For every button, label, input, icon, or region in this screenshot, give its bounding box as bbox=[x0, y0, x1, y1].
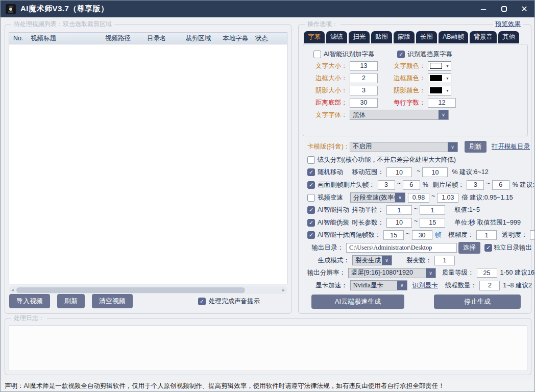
tab-ab-blend[interactable]: AB融帧 bbox=[439, 31, 468, 43]
log-output-area[interactable] bbox=[9, 325, 527, 371]
chars-per-line-input[interactable]: 12 bbox=[428, 98, 456, 108]
video-list-body[interactable] bbox=[9, 44, 287, 284]
speed-mode-value: 分段变速(效率优 bbox=[351, 193, 395, 202]
video-speed-checkbox[interactable] bbox=[307, 194, 315, 202]
random-move-checkbox[interactable]: ✓ bbox=[307, 168, 315, 176]
sound-tip-checkbox[interactable]: ✓ bbox=[198, 298, 206, 305]
tab-filter[interactable]: 滤镜 bbox=[326, 31, 347, 43]
log-group-label: 处理日志： bbox=[11, 314, 47, 323]
threads-label: 线程数量： bbox=[445, 281, 477, 290]
speed-min-input[interactable]: 0.98 bbox=[408, 193, 429, 203]
fission-count-label: 裂变数： bbox=[406, 256, 432, 265]
ai-shake-label: AI智能抖动 bbox=[318, 206, 350, 214]
horizontal-scrollbar[interactable]: ◄ ► bbox=[9, 286, 287, 294]
scroll-right-icon[interactable]: ► bbox=[280, 286, 287, 294]
clear-videos-button[interactable]: 清空视频 bbox=[92, 294, 133, 308]
independent-dir-checkbox[interactable]: ✓ bbox=[484, 244, 492, 252]
interval-frames-label: 间隔帧数： bbox=[349, 231, 381, 239]
column-local-subtitle: 本地字幕 bbox=[223, 34, 255, 43]
status-bar: 声明：AI魔术师是一款视频全自动剪辑软件，仅用于个人原创视频制作、提高剪辑效率，… bbox=[1, 380, 534, 391]
move-range-hint: % 建议:6~12 bbox=[452, 168, 488, 177]
tab-other[interactable]: 其他 bbox=[498, 31, 519, 43]
resolution-dropdown[interactable]: 竖屏[9:16]-1080*1920 ∨ bbox=[348, 268, 436, 278]
speed-hint: 倍 建议:0.95~1.15 bbox=[461, 193, 513, 202]
column-crop-area: 裁剪区域 bbox=[185, 34, 223, 43]
text-font-dropdown[interactable]: 黑体 ∨ bbox=[350, 110, 449, 120]
gpu-dropdown[interactable]: Nvidia显卡 ∨ bbox=[350, 280, 407, 290]
close-button[interactable]: ✕ bbox=[520, 5, 528, 13]
speed-mode-dropdown[interactable]: 分段变速(效率优 ∨ bbox=[350, 192, 405, 203]
shake-max-input[interactable]: 1 bbox=[420, 205, 445, 215]
border-color-dropdown[interactable]: ▼ bbox=[428, 74, 451, 83]
threads-input[interactable]: 2 bbox=[479, 281, 500, 290]
speed-max-input[interactable]: 1.03 bbox=[437, 193, 458, 203]
shadow-color-swatch bbox=[430, 87, 442, 93]
card-template-dropdown[interactable]: 不启用 ∨ bbox=[350, 142, 458, 152]
lens-split-checkbox[interactable] bbox=[307, 156, 315, 164]
text-size-input[interactable]: 13 bbox=[350, 61, 378, 71]
resolution-arrow-icon: ∨ bbox=[426, 268, 435, 278]
del-head-min-input[interactable]: 3 bbox=[378, 180, 395, 190]
text-color-dropdown[interactable]: ▼ bbox=[428, 61, 451, 71]
template-refresh-button[interactable]: 刷新 bbox=[465, 141, 487, 153]
preview-effect-link[interactable]: 预览效果 bbox=[495, 20, 521, 28]
delete-frames-checkbox[interactable]: ✓ bbox=[307, 181, 315, 189]
fission-count-input[interactable]: 1 bbox=[434, 256, 455, 265]
lens-split-label: 镜头分割(核心功能，不开启差异化处理大大降低) bbox=[318, 156, 456, 164]
output-dir-input[interactable]: C:\Users\Administrator\Desktop bbox=[346, 243, 457, 253]
move-range-max-input[interactable]: 10 bbox=[422, 167, 448, 177]
tab-bgm[interactable]: 背景音 bbox=[470, 31, 497, 43]
del-tail-min-input[interactable]: 3 bbox=[467, 180, 484, 190]
del-frames-hint: % 建议:3~6 bbox=[513, 181, 535, 189]
tab-sticker[interactable]: 贴图 bbox=[371, 31, 392, 43]
tab-mask[interactable]: 蒙版 bbox=[394, 31, 415, 43]
duration-max-input[interactable]: 15 bbox=[420, 218, 445, 228]
duration-min-input[interactable]: 10 bbox=[386, 218, 412, 228]
ai-disguise-checkbox[interactable]: ✓ bbox=[307, 219, 315, 227]
ai-shake-checkbox[interactable]: ✓ bbox=[307, 206, 315, 214]
gen-mode-dropdown[interactable]: 裂变生成 ∨ bbox=[352, 255, 392, 265]
shadow-size-input[interactable]: 3 bbox=[350, 86, 378, 95]
quality-input[interactable]: 25 bbox=[477, 268, 497, 278]
shake-min-input[interactable]: 1 bbox=[386, 205, 412, 215]
tab-long-image[interactable]: 长图 bbox=[416, 31, 437, 43]
open-template-dir-link[interactable]: 打开模板目录 bbox=[492, 142, 530, 151]
del-tail-max-input[interactable]: 6 bbox=[492, 180, 509, 190]
scroll-left-icon[interactable]: ◄ bbox=[9, 286, 16, 294]
import-video-button[interactable]: 导入视频 bbox=[9, 294, 50, 308]
ai-add-subtitle-checkbox[interactable] bbox=[313, 51, 321, 58]
resolution-value: 竖屏[9:16]-1080*1920 bbox=[349, 268, 426, 277]
interval-min-input[interactable]: 15 bbox=[383, 230, 404, 240]
resolution-label: 输出分辨率： bbox=[307, 268, 346, 277]
horizontal-scrollbar-thumb[interactable] bbox=[16, 287, 245, 293]
opacity-input[interactable]: 0.2 bbox=[530, 230, 535, 240]
maximize-icon bbox=[501, 6, 507, 12]
del-head-label: 删片头帧： bbox=[343, 181, 375, 189]
tab-sweep-light[interactable]: 扫光 bbox=[349, 31, 370, 43]
shadow-color-dropdown[interactable]: ▼ bbox=[428, 86, 451, 95]
interval-max-input[interactable]: 30 bbox=[412, 230, 432, 240]
bottom-distance-input[interactable]: 30 bbox=[350, 98, 378, 108]
refresh-list-button[interactable]: 刷新 bbox=[57, 294, 85, 308]
stop-generate-button[interactable]: 停止生成 bbox=[434, 295, 521, 309]
choose-dir-button[interactable]: 选择 bbox=[458, 242, 480, 254]
card-template-arrow-icon: ∨ bbox=[448, 142, 457, 152]
tab-subtitle[interactable]: 字幕 bbox=[304, 31, 325, 43]
text-font-arrow-icon: ∨ bbox=[439, 110, 448, 119]
text-size-label: 文字大小： bbox=[315, 62, 347, 70]
move-range-min-input[interactable]: 10 bbox=[386, 167, 412, 177]
move-range-label: 移动范围： bbox=[350, 168, 384, 177]
border-size-input[interactable]: 2 bbox=[350, 74, 378, 83]
disguise-hint: 单位:秒 取值范围1~999 bbox=[454, 218, 521, 227]
blur-input[interactable]: 1 bbox=[476, 230, 497, 240]
cover-original-subtitle-checkbox[interactable]: ✓ bbox=[397, 51, 405, 58]
minimize-button[interactable]: ─ bbox=[479, 5, 488, 13]
video-list-table[interactable]: No. 视频标题 视频路径 目录名 裁剪区域 本地字幕 状态 bbox=[9, 32, 287, 284]
detect-gpu-link[interactable]: 识别显卡 bbox=[412, 281, 438, 290]
ai-interfere-checkbox[interactable]: ✓ bbox=[307, 231, 315, 239]
cloud-generate-button[interactable]: AI云端极速生成 bbox=[311, 295, 404, 309]
ai-interfere-label: AI智能干扰 bbox=[318, 231, 349, 239]
del-head-max-input[interactable]: 6 bbox=[403, 180, 420, 190]
maximize-button[interactable] bbox=[500, 5, 508, 13]
ai-disguise-label: AI智能伪装 bbox=[318, 218, 350, 227]
